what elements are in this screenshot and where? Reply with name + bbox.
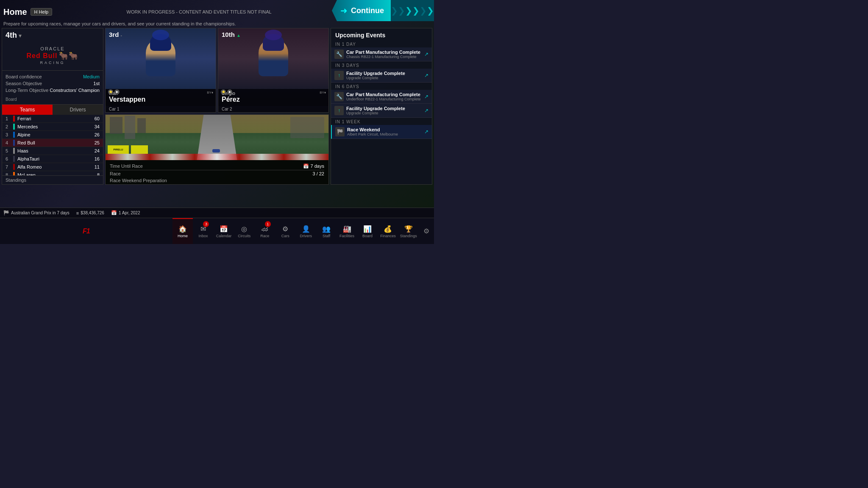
driver2-car-label: Car 2 (218, 106, 328, 112)
nav-label-drivers: Drivers (300, 234, 312, 238)
standing-name: Alpine (17, 132, 95, 137)
standing-pts: 34 (95, 124, 100, 129)
driver-card-perez[interactable]: 10th ▲ Sergio Pérez Car 2 ⭐ (218, 28, 329, 113)
standings-table: 1 Ferrari 60 2 Mercedes 34 3 Alpine 26 4… (2, 115, 103, 175)
standing-name: Mercedes (17, 124, 95, 129)
help-button[interactable]: H Help (31, 8, 53, 16)
nav-label-board: Board (362, 234, 373, 238)
nav-badge: 3 (203, 221, 209, 227)
nav-item-drivers[interactable]: 👤 Drivers (295, 218, 316, 244)
event-item[interactable]: ↑ Facility Upgrade Complete Upgrade Comp… (331, 104, 432, 118)
driver2-lastname: Pérez (222, 96, 325, 103)
race-notice-item: 🏁 Australian Grand Prix in 7 days (3, 210, 70, 216)
subtitle: Prepare for upcoming races, manage your … (0, 21, 434, 28)
nav-item-staff[interactable]: 👥 Staff (316, 218, 337, 244)
nav-item-home[interactable]: 🏠 Home (172, 218, 193, 244)
standing-pos: 7 (6, 164, 13, 169)
event-item[interactable]: 🏁 Race Weekend Albert Park Circuit, Melb… (331, 125, 432, 139)
time-until-race-row: Time Until Race 📅 7 days (110, 163, 324, 170)
tab-drivers[interactable]: Drivers (53, 105, 103, 115)
nav-item-standings[interactable]: 🏆 Standings (398, 218, 419, 244)
logo-oracle: ORACLE (40, 46, 64, 51)
standing-name: Ferrari (17, 116, 95, 121)
season-objective-label: Season Objective (6, 81, 42, 86)
standings-row: 4 Red Bull 25 (2, 139, 103, 147)
nav-item-cars[interactable]: ⚙ Cars (275, 218, 295, 244)
continue-arrow-icon: ➜ (340, 6, 348, 16)
upcoming-events-title: Upcoming Events (331, 28, 432, 40)
event-title: Facility Upgrade Complete (346, 71, 422, 76)
nav-icon-standings: 🏆 (404, 225, 413, 233)
standing-pts: 16 (95, 156, 100, 161)
event-title: Car Part Manufacturing Complete (346, 50, 422, 55)
nav-badge: 1 (265, 221, 271, 227)
race-notice-icon: 🏁 (3, 210, 9, 216)
event-text: Facility Upgrade Complete Upgrade Comple… (346, 71, 422, 80)
rb-bulls-icon: 🐂🐂 (59, 51, 78, 61)
nav-item-facilities[interactable]: 🏭 Facilities (337, 218, 357, 244)
event-title: Facility Upgrade Complete (346, 106, 422, 111)
board-section-label: Board (2, 96, 103, 103)
race-number-row: Race 3 / 22 (110, 170, 324, 177)
standing-pos: 6 (6, 156, 13, 161)
continue-button[interactable]: ➜ Continue (332, 0, 391, 21)
driver-card-verstappen[interactable]: 3rd - Max Verstappen Car 1 (105, 28, 216, 113)
standing-bar (13, 164, 15, 170)
settings-button[interactable]: ⚙ (419, 218, 434, 244)
standing-bar (13, 124, 15, 130)
driver2-badge1: ⭐ (221, 89, 226, 94)
driver2-firstname: Sergio (222, 91, 325, 96)
event-subtitle: Underfloor RB22-1 Manufacturing Complete (346, 97, 422, 101)
event-text: Car Part Manufacturing Complete Chassis … (346, 50, 422, 59)
f1-logo: F1 (0, 218, 172, 244)
standings-row: 3 Alpine 26 (2, 131, 103, 139)
date-icon: 📅 (111, 210, 117, 216)
nav-label-home: Home (178, 234, 188, 238)
nav-icon-staff: 👥 (322, 225, 331, 233)
nav-icon-home: 🏠 (178, 225, 187, 233)
team-position: 4th ▾ (2, 28, 103, 41)
nav-item-calendar[interactable]: 📅 Calendar (214, 218, 234, 244)
nav-label-cars: Cars (281, 234, 289, 238)
nav-icon-board: 📊 (363, 225, 372, 233)
board-confidence-row: Board confidence Medium (6, 73, 100, 80)
standing-pts: 24 (95, 148, 100, 153)
main-layout: 4th ▾ ORACLE Red Bull 🐂🐂 RACING Board co… (0, 28, 434, 185)
event-item[interactable]: ↑ Facility Upgrade Complete Upgrade Comp… (331, 69, 432, 83)
event-link-icon[interactable]: ↗ (424, 51, 428, 57)
nav-item-race[interactable]: 1 🏎 Race (255, 218, 275, 244)
track-panel: PIRELLI Time Until Race 📅 7 days Race 3 … (105, 114, 329, 185)
right-panel: Upcoming Events IN 1 DAY 🔧 Car Part Manu… (331, 28, 432, 185)
standing-bar (13, 132, 15, 138)
event-link-icon[interactable]: ↗ (424, 129, 428, 135)
time-until-race-value: 📅 7 days (303, 164, 324, 169)
money-icon: ≡ (76, 211, 79, 216)
event-subtitle: Upgrade Complete (346, 111, 422, 115)
driver2-badge2: ▶ (227, 89, 232, 94)
event-item[interactable]: 🔧 Car Part Manufacturing Complete Underf… (331, 90, 432, 104)
nav-item-inbox[interactable]: 3 ✉ Inbox (193, 218, 213, 244)
standing-bar (13, 148, 15, 154)
money-item: ≡ $38,436,726 (76, 211, 104, 216)
logo-racing: RACING (40, 61, 65, 65)
event-link-icon[interactable]: ↗ (424, 108, 428, 114)
event-subtitle: Albert Park Circuit, Melbourne (347, 132, 422, 136)
event-subtitle: Upgrade Complete (346, 76, 422, 80)
team-stats: Board confidence Medium Season Objective… (2, 70, 103, 96)
nav-icon-circuits: ◎ (241, 225, 247, 233)
event-item[interactable]: 🔧 Car Part Manufacturing Complete Chassi… (331, 47, 432, 61)
season-objective-row: Season Objective 1st (6, 80, 100, 87)
event-link-icon[interactable]: ↗ (424, 72, 428, 78)
nav-item-finances[interactable]: 💰 Finances (378, 218, 398, 244)
nav-icon-cars: ⚙ (282, 225, 288, 233)
nav-item-board[interactable]: 📊 Board (357, 218, 378, 244)
event-link-icon[interactable]: ↗ (424, 94, 428, 100)
tab-teams[interactable]: Teams (2, 105, 53, 115)
middle-section: 3rd - Max Verstappen Car 1 (105, 28, 329, 185)
standing-pts: 8 (97, 172, 100, 175)
nav-item-circuits[interactable]: ◎ Circuits (234, 218, 254, 244)
event-icon-upgrade: ↑ (334, 106, 344, 115)
event-icon-upgrade: ↑ (334, 71, 344, 80)
standing-pos: 8 (6, 172, 13, 175)
race-label: Race (110, 171, 121, 176)
